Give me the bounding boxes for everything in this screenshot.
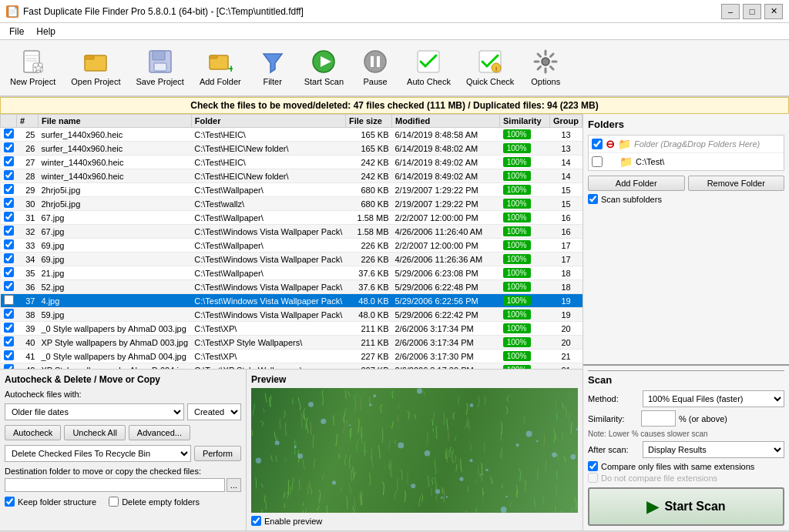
table-row[interactable]: 33 69.jpg C:\Test\Wallpaper\ 226 KB 2/2/… (1, 239, 583, 253)
similarity-input[interactable]: 95.0 (641, 410, 676, 427)
table-row[interactable]: 32 67.jpg C:\Test\Windows Vista Wallpape… (1, 225, 583, 239)
row-checkbox[interactable] (4, 198, 14, 208)
table-row[interactable]: 30 2hrjo5i.jpg C:\Test\wallz\ 680 KB 2/1… (1, 197, 583, 211)
row-folder: C:\Test\Wallpaper\ (191, 211, 345, 225)
file-table[interactable]: # File name Folder File size Modified Si… (0, 114, 583, 369)
row-checkbox[interactable] (4, 253, 14, 263)
save-project-button[interactable]: Save Project (129, 43, 191, 92)
folder-check-1[interactable] (592, 156, 603, 167)
table-row[interactable]: 27 winter_1440x960.heic C:\Test\HEIC\ 24… (1, 156, 583, 169)
row-checkbox[interactable] (4, 267, 14, 277)
table-row[interactable]: 36 52.jpg C:\Test\Windows Vista Wallpape… (1, 280, 583, 294)
table-row[interactable]: 35 21.jpg C:\Test\Wallpaper\ 37.6 KB 5/2… (1, 266, 583, 280)
row-checkbox[interactable] (4, 226, 14, 236)
enable-preview-checkbox[interactable] (251, 516, 261, 526)
menu-help[interactable]: Help (30, 25, 62, 38)
new-project-button[interactable]: ★ New Project (3, 43, 62, 92)
row-checkbox[interactable] (4, 239, 14, 249)
row-filename: 69.jpg (39, 253, 192, 266)
folder-exclude-0[interactable]: ⊖ (606, 138, 615, 150)
row-checkbox[interactable] (4, 309, 14, 319)
table-row[interactable]: 28 winter_1440x960.heic C:\Test\HEIC\New… (1, 169, 583, 183)
row-folder: C:\Test\XP Style Wallpapers\ (191, 363, 345, 370)
after-scan-select[interactable]: Display Results Nothing (643, 441, 784, 458)
row-similarity: 100% (500, 225, 550, 239)
start-scan-main-button[interactable]: ▶ Start Scan (588, 487, 784, 526)
row-checkbox[interactable] (4, 336, 14, 346)
pause-button[interactable]: Pause (352, 43, 398, 92)
auto-check-button[interactable]: Auto Check (400, 43, 458, 92)
table-row[interactable]: 42 XP Style wallpapers by AhmaD 004.jpg … (1, 363, 583, 370)
row-filename: _0 Style wallpapers by AhmaD 004.jpg (39, 350, 192, 363)
similarity-unit: % (or above) (679, 414, 727, 423)
compare-same-ext-checkbox[interactable] (588, 461, 598, 471)
table-row[interactable]: 40 XP Style wallpapers by AhmaD 003.jpg … (1, 336, 583, 350)
add-folder-btn[interactable]: Add Folder (588, 176, 685, 191)
title-bar-controls[interactable]: – □ ✕ (721, 4, 783, 19)
similarity-badge: 100% (503, 240, 531, 250)
row-checkbox[interactable] (4, 142, 14, 152)
remove-folder-btn[interactable]: Remove Folder (688, 176, 785, 191)
folder-check-0[interactable] (592, 139, 603, 149)
table-row[interactable]: 38 59.jpg C:\Test\Windows Vista Wallpape… (1, 308, 583, 322)
row-modified: 2/19/2007 1:29:22 PM (392, 183, 500, 197)
scan-section: Scan Method: 100% Equal Files (faster) S… (583, 366, 789, 530)
row-similarity: 100% (500, 308, 550, 322)
folders-section: Folders ⊖ 📁 Folder (Drag&Drop Folders He… (583, 114, 789, 366)
row-checkbox[interactable] (4, 323, 14, 333)
minimize-button[interactable]: – (721, 4, 740, 19)
row-filename: 69.jpg (39, 239, 192, 253)
row-checkbox[interactable] (4, 184, 14, 194)
autocheck-button[interactable]: Autocheck (5, 425, 61, 440)
browse-button[interactable]: ... (227, 478, 241, 492)
row-folder: C:\Test\Windows Vista Wallpaper Pack\ (191, 253, 345, 266)
keep-structure-checkbox[interactable] (5, 497, 15, 507)
table-row[interactable]: 26 surfer_1440x960.heic C:\Test\HEIC\New… (1, 142, 583, 156)
row-checkbox[interactable] (4, 281, 14, 291)
row-checkbox[interactable] (4, 156, 14, 166)
row-size: 226 KB (346, 239, 392, 253)
row-size: 211 KB (346, 336, 392, 350)
row-checkbox[interactable] (4, 295, 14, 305)
table-row[interactable]: 29 2hrjo5i.jpg C:\Test\Wallpaper\ 680 KB… (1, 183, 583, 197)
row-checkbox[interactable] (4, 350, 14, 360)
uncheck-all-button[interactable]: Uncheck All (64, 425, 125, 440)
row-checkbox[interactable] (4, 212, 14, 222)
maximize-button[interactable]: □ (743, 4, 761, 19)
do-not-compare-checkbox[interactable] (588, 473, 598, 483)
row-checkbox[interactable] (4, 129, 14, 139)
menu-file[interactable]: File (3, 25, 30, 38)
table-row[interactable]: 25 surfer_1440x960.heic C:\Test\HEIC\ 16… (1, 128, 583, 142)
scan-subfolder-checkbox[interactable] (588, 194, 598, 204)
row-checkbox[interactable] (4, 170, 14, 180)
col-modified: Modified (392, 115, 500, 128)
table-row[interactable]: 41 _0 Style wallpapers by AhmaD 004.jpg … (1, 350, 583, 363)
svg-text:!: ! (495, 65, 498, 72)
table-row[interactable]: 39 _0 Style wallpapers by AhmaD 003.jpg … (1, 322, 583, 336)
similarity-badge: 100% (503, 351, 531, 361)
advanced-button[interactable]: Advanced... (129, 425, 190, 440)
destination-input[interactable] (5, 478, 225, 492)
delete-select[interactable]: Delete Checked Files To Recycle Bin (5, 445, 191, 462)
perform-button[interactable]: Perform (194, 446, 241, 461)
older-dates-select[interactable]: Older file dates (5, 403, 184, 420)
svg-rect-10 (154, 63, 166, 71)
add-folder-button[interactable]: + Add Folder (193, 43, 248, 92)
row-modified: 2/6/2006 3:17:30 PM (392, 350, 500, 363)
preview-panel: Preview Enable preview (247, 370, 583, 530)
quick-check-button[interactable]: ! Quick Check (459, 43, 521, 92)
filter-button[interactable]: Filter (250, 43, 296, 92)
close-button[interactable]: ✕ (764, 4, 783, 19)
table-row[interactable]: 31 67.jpg C:\Test\Wallpaper\ 1.58 MB 2/2… (1, 211, 583, 225)
table-row[interactable]: 34 69.jpg C:\Test\Windows Vista Wallpape… (1, 253, 583, 266)
created-select[interactable]: Created (187, 403, 241, 420)
delete-empty-checkbox[interactable] (109, 497, 119, 507)
start-scan-button[interactable]: Start Scan (297, 43, 351, 92)
row-folder: C:\Test\Wallpaper\ (191, 239, 345, 253)
row-folder: C:\Test\XP\ (191, 322, 345, 336)
options-button[interactable]: Options (522, 43, 569, 92)
open-project-button[interactable]: Open Project (64, 43, 127, 92)
table-row[interactable]: 37 4.jpg C:\Test\Windows Vista Wallpaper… (1, 294, 583, 308)
method-select[interactable]: 100% Equal Files (faster) Similar Files (643, 390, 784, 407)
row-group: 14 (550, 169, 583, 183)
